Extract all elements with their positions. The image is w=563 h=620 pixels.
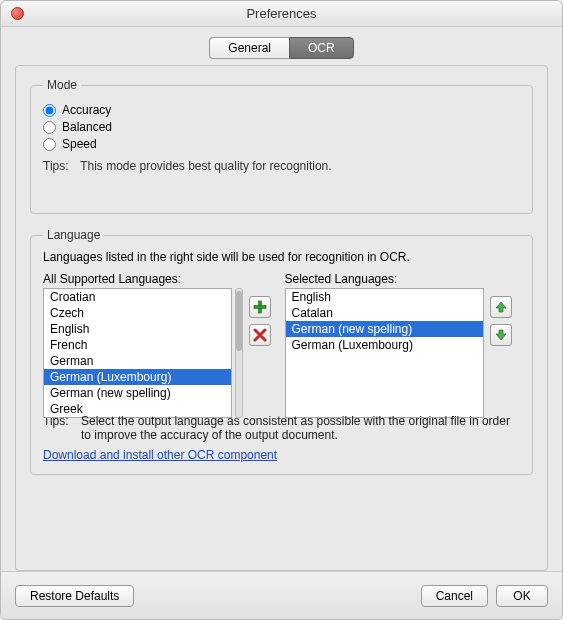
list-item[interactable]: English (44, 321, 231, 337)
move-down-button[interactable] (490, 324, 512, 346)
window-title: Preferences (1, 6, 562, 21)
language-tips: Tips: Select the output language as cons… (43, 414, 520, 442)
selected-languages-listwrap: EnglishCatalanGerman (new spelling)Germa… (285, 288, 485, 418)
mode-tips-body: This mode provides best quality for reco… (80, 159, 331, 173)
selected-languages-column: Selected Languages: EnglishCatalanGerman… (285, 272, 485, 418)
all-supported-column: All Supported Languages: CroatianCzechEn… (43, 272, 243, 418)
add-remove-buttons (249, 272, 279, 418)
x-icon (253, 328, 267, 342)
tab-ocr[interactable]: OCR (289, 37, 354, 59)
arrow-up-icon (494, 300, 508, 314)
ocr-panel: Mode Accuracy Balanced Speed Tips: This … (15, 65, 548, 571)
mode-balanced-row[interactable]: Balanced (43, 120, 520, 134)
mode-balanced-radio[interactable] (43, 121, 56, 134)
mode-group: Mode Accuracy Balanced Speed Tips: This … (30, 78, 533, 214)
selected-languages-list[interactable]: EnglishCatalanGerman (new spelling)Germa… (285, 288, 485, 418)
all-supported-list[interactable]: CroatianCzechEnglishFrenchGermanGerman (… (43, 288, 232, 418)
all-supported-scrollbar[interactable] (235, 288, 243, 418)
list-item[interactable]: German (new spelling) (44, 385, 231, 401)
reorder-buttons (490, 272, 520, 418)
tab-general[interactable]: General (209, 37, 289, 59)
move-up-button[interactable] (490, 296, 512, 318)
restore-defaults-button[interactable]: Restore Defaults (15, 585, 134, 607)
mode-speed-label: Speed (62, 137, 97, 151)
list-item[interactable]: German (Luxembourg) (286, 337, 484, 353)
list-item[interactable]: Catalan (286, 305, 484, 321)
selected-languages-header: Selected Languages: (285, 272, 485, 286)
titlebar: Preferences (1, 1, 562, 27)
mode-speed-radio[interactable] (43, 138, 56, 151)
list-item[interactable]: Croatian (44, 289, 231, 305)
tab-bar: General OCR (15, 37, 548, 59)
add-language-button[interactable] (249, 296, 271, 318)
remove-language-button[interactable] (249, 324, 271, 346)
all-supported-header: All Supported Languages: (43, 272, 243, 286)
list-item[interactable]: German (Luxembourg) (44, 369, 231, 385)
cancel-button[interactable]: Cancel (421, 585, 488, 607)
language-group: Language Languages listed in the right s… (30, 228, 533, 475)
mode-legend: Mode (43, 78, 81, 92)
list-item[interactable]: French (44, 337, 231, 353)
mode-accuracy-row[interactable]: Accuracy (43, 103, 520, 117)
mode-tips: Tips: This mode provides best quality fo… (43, 159, 520, 173)
list-item[interactable]: German (44, 353, 231, 369)
download-ocr-link[interactable]: Download and install other OCR component (43, 448, 277, 462)
language-tips-body: Select the output language as consistent… (81, 414, 520, 442)
list-item[interactable]: German (new spelling) (286, 321, 484, 337)
language-grid: All Supported Languages: CroatianCzechEn… (43, 272, 520, 418)
language-intro: Languages listed in the right side will … (43, 250, 520, 264)
ok-button[interactable]: OK (496, 585, 548, 607)
mode-accuracy-label: Accuracy (62, 103, 111, 117)
mode-speed-row[interactable]: Speed (43, 137, 520, 151)
language-legend: Language (43, 228, 104, 242)
scrollbar-thumb[interactable] (236, 291, 242, 351)
footer: Restore Defaults Cancel OK (1, 571, 562, 619)
mode-accuracy-radio[interactable] (43, 104, 56, 117)
arrow-down-icon (494, 328, 508, 342)
list-item[interactable]: English (286, 289, 484, 305)
all-supported-listwrap: CroatianCzechEnglishFrenchGermanGerman (… (43, 288, 243, 418)
close-icon[interactable] (11, 7, 24, 20)
plus-icon (253, 300, 267, 314)
mode-tips-label: Tips: (43, 159, 77, 173)
list-item[interactable]: Czech (44, 305, 231, 321)
mode-balanced-label: Balanced (62, 120, 112, 134)
svg-rect-1 (254, 306, 266, 309)
preferences-window: Preferences General OCR Mode Accuracy Ba… (0, 0, 563, 620)
window-body: General OCR Mode Accuracy Balanced Speed (1, 27, 562, 571)
